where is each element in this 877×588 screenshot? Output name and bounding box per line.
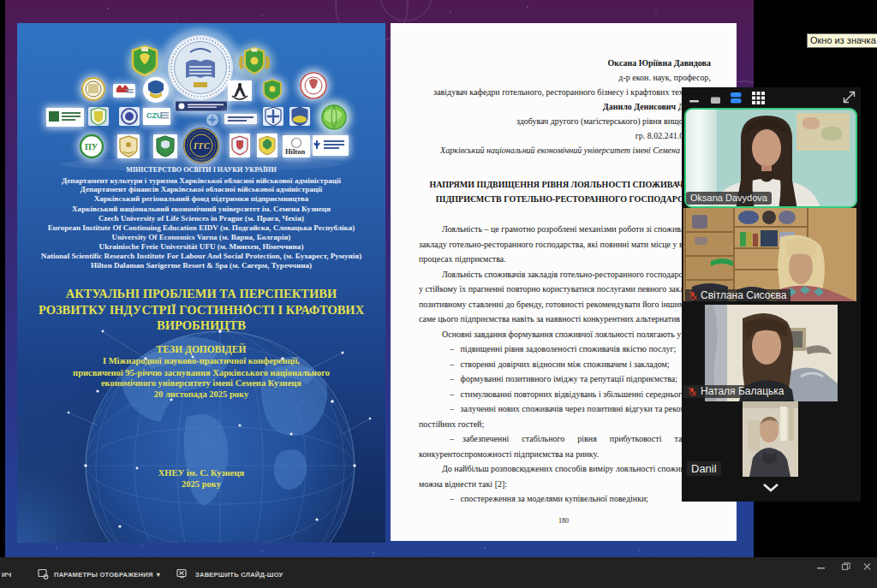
svg-text:CZU: CZU bbox=[146, 111, 163, 120]
svg-text:Hilton: Hilton bbox=[285, 147, 305, 156]
svg-text:ГГС: ГГС bbox=[193, 141, 210, 151]
svg-text:ПУ: ПУ bbox=[85, 142, 98, 151]
